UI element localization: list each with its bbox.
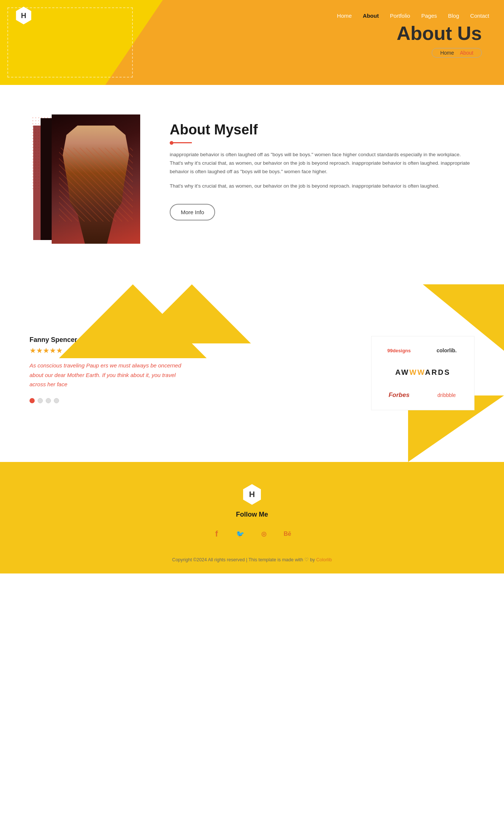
dot-3[interactable] [46,398,51,403]
nav-links: Home About Portfolio Pages Blog Contact [337,13,489,19]
nav-blog[interactable]: Blog [448,13,459,19]
shirt-pattern [59,148,133,222]
brand-forbes: Forbes [379,388,419,403]
dot-4[interactable] [54,398,59,403]
about-text: About Myself inappropriate behavior is o… [170,114,474,220]
footer-socials: f 🐦 ⊛ Bē [15,526,489,542]
nav-home[interactable]: Home [337,13,352,19]
testimonial-name: Fanny Spencer [30,336,342,344]
navbar: H Home About Portfolio Pages Blog Contac… [0,0,504,31]
footer: H Follow Me f 🐦 ⊛ Bē Copyright ©2024 All… [0,462,504,573]
about-title: About Myself [170,122,474,138]
about-body-1: inappropriate behavior is often laughed … [170,151,474,176]
more-info-button[interactable]: More Info [170,204,215,220]
nav-portfolio[interactable]: Portfolio [390,13,410,19]
about-image-wrap [30,114,140,255]
social-dribbble[interactable]: ⊛ [256,526,272,542]
social-twitter[interactable]: 🐦 [232,526,248,542]
breadcrumb-home[interactable]: Home [438,50,456,56]
brand-awwwards: AWWWARDS [379,364,467,380]
nav-pages[interactable]: Pages [421,13,437,19]
brand-99designs: 99designs [379,344,419,357]
testimonial-stars: ★★★★★ [30,346,342,355]
testimonial-dots [30,398,342,403]
brand-colorlib: colorlib. [427,344,467,357]
logo[interactable]: H [15,7,32,24]
dot-1[interactable] [30,398,35,403]
brands-area: 99designs colorlib. AWWWARDS Forbes drib… [371,336,474,410]
social-behance[interactable]: Bē [279,526,296,542]
testimonial-text: As conscious traveling Paup ers we must … [30,361,184,389]
footer-copyright: Copyright ©2024 All rights reserved | Th… [15,557,489,562]
about-body-2: That's why it's crucial that, as women, … [170,182,474,191]
about-divider [170,142,192,143]
footer-logo: H [242,484,262,505]
middle-section: Fanny Spencer ★★★★★ As conscious traveli… [0,284,504,462]
about-image-main [52,114,140,244]
breadcrumb: Home About [432,48,482,58]
brand-dribbble: dribbble [427,388,467,402]
testimonial-area: Fanny Spencer ★★★★★ As conscious traveli… [30,336,342,403]
header: H Home About Portfolio Pages Blog Contac… [0,0,504,85]
nav-contact[interactable]: Contact [470,13,489,19]
breadcrumb-current[interactable]: About [458,50,476,56]
footer-colorlib-link[interactable]: Colorlib [316,557,332,562]
dot-2[interactable] [38,398,43,403]
about-section: About Myself inappropriate behavior is o… [0,85,504,284]
footer-follow-label: Follow Me [15,511,489,518]
social-facebook[interactable]: f [208,526,225,542]
testimonial-brands-row: Fanny Spencer ★★★★★ As conscious traveli… [0,306,504,440]
nav-about[interactable]: About [363,13,379,19]
